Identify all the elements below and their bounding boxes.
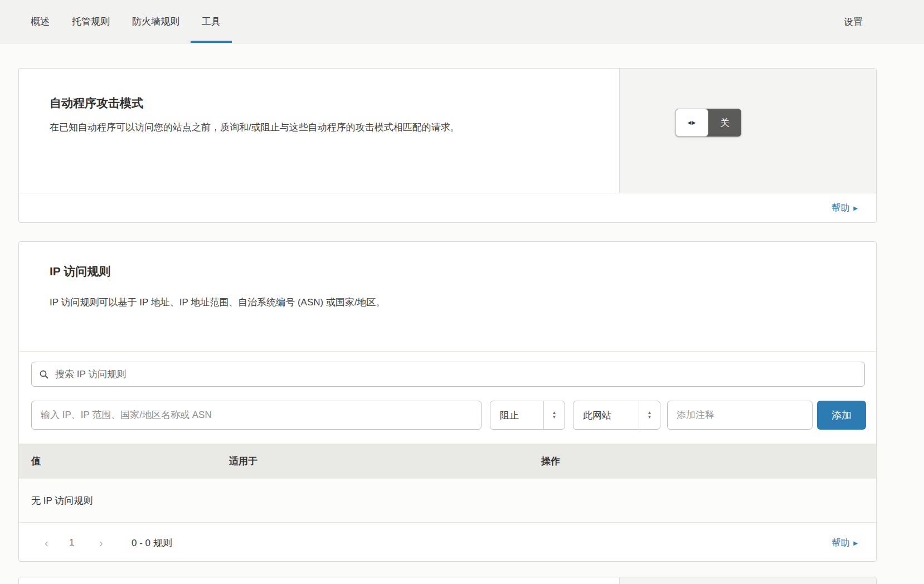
ip-rules-search-input[interactable] [55,369,857,380]
column-header-actions: 操作 [541,455,560,468]
bot-fight-mode-toggle[interactable]: ◀▶ 关 [675,109,741,137]
help-label: 帮助 [831,537,849,548]
toggle-panel: ◀▶ 关 [619,69,876,193]
tab-label: 托管规则 [72,15,110,28]
tab-managed-rules[interactable]: 托管规则 [61,0,121,43]
arrow-down-icon: ▼ [552,415,557,420]
bot-fight-mode-help-link[interactable]: 帮助 ▶ [831,202,858,214]
toggle-knob[interactable]: ◀▶ [675,109,708,137]
ip-rules-search-box [31,362,865,387]
settings-link[interactable]: 设置 [844,0,863,43]
stepper-arrows-icon: ▲ ▼ [543,401,565,429]
pagination-page-number[interactable]: 1 [69,537,74,548]
ip-access-rules-title: IP 访问规则 [50,264,876,279]
ip-rule-value-input[interactable] [31,401,482,430]
top-navigation: 概述 托管规则 防火墙规则 工具 设置 [0,0,924,43]
arrow-down-icon: ▼ [648,415,652,420]
pagination-range-label: 0 - 0 规则 [132,536,172,549]
pagination-prev-icon[interactable]: ‹ [45,536,48,549]
bot-fight-mode-body: 自动程序攻击模式 在已知自动程序可以访问您的站点之前，质询和/或阻止与这些自动程… [19,69,876,193]
add-rule-button[interactable]: 添加 [817,401,866,430]
tab-label: 工具 [202,15,221,28]
ip-access-rules-description: IP 访问规则可以基于 IP 地址、IP 地址范围、自治系统编号 (ASN) 或… [50,295,876,311]
tab-overview[interactable]: 概述 [20,0,61,43]
tab-firewall-rules[interactable]: 防火墙规则 [121,0,191,43]
ip-access-rules-card: IP 访问规则 IP 访问规则可以基于 IP 地址、IP 地址范围、自治系统编号… [18,241,877,562]
ip-access-rules-header: IP 访问规则 IP 访问规则可以基于 IP 地址、IP 地址范围、自治系统编号… [19,242,876,352]
search-icon [40,370,48,379]
column-header-value: 值 [31,455,41,468]
toggle-arrows-icon: ◀▶ [688,120,697,125]
scope-select[interactable]: 此网站 ▲ ▼ [573,401,660,430]
comment-input[interactable] [667,401,813,430]
empty-message: 无 IP 访问规则 [31,494,93,507]
help-arrow-icon: ▶ [853,205,858,211]
help-label: 帮助 [831,202,849,214]
ip-rules-help-link[interactable]: 帮助 ▶ [831,537,858,548]
next-card-partial [18,577,877,584]
tab-tools[interactable]: 工具 [191,0,232,43]
bot-fight-mode-title: 自动程序攻击模式 [50,95,619,111]
tab-label: 概述 [31,15,50,28]
scope-select-value: 此网站 [573,401,639,429]
next-card-toggle-panel [619,577,876,584]
bot-fight-mode-text: 自动程序攻击模式 在已知自动程序可以访问您的站点之前，质询和/或阻止与这些自动程… [19,69,619,193]
ip-rules-table-header: 值 适用于 操作 [19,444,876,479]
help-arrow-icon: ▶ [853,539,858,546]
tab-label: 防火墙规则 [132,15,179,28]
stepper-arrows-icon: ▲ ▼ [639,401,660,429]
tab-bar: 概述 托管规则 防火墙规则 工具 [20,0,232,43]
toggle-state-label: 关 [708,109,741,137]
column-header-applies-to: 适用于 [229,455,257,468]
action-select[interactable]: 阻止 ▲ ▼ [490,401,565,430]
ip-rules-controls: 阻止 ▲ ▼ 此网站 ▲ ▼ 添加 [19,352,876,444]
bot-fight-mode-card: 自动程序攻击模式 在已知自动程序可以访问您的站点之前，质询和/或阻止与这些自动程… [18,68,877,223]
bot-fight-mode-footer: 帮助 ▶ [19,193,876,222]
action-select-value: 阻止 [490,401,543,429]
ip-rules-empty-state: 无 IP 访问规则 [19,479,876,523]
pagination-row: ‹ 1 › 0 - 0 规则 帮助 ▶ [19,523,876,562]
bot-fight-mode-description: 在已知自动程序可以访问您的站点之前，质询和/或阻止与这些自动程序的攻击模式相匹配… [50,120,568,136]
pagination-next-icon[interactable]: › [99,536,103,549]
settings-label: 设置 [844,16,863,28]
